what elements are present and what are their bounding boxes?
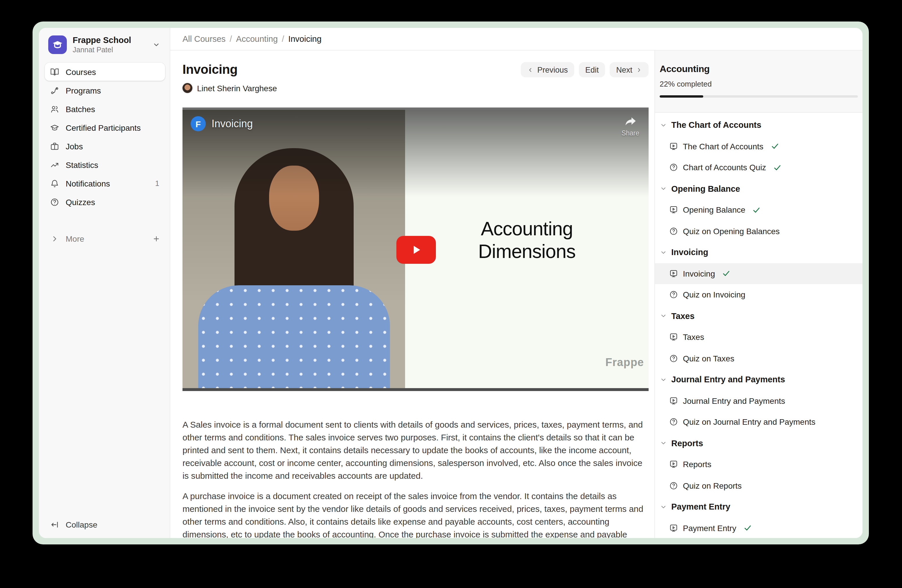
chapter-title: Reports (671, 439, 703, 448)
lesson-content: Invoicing Previous Edit Nex (170, 50, 655, 538)
workspace-switcher[interactable]: Frappe School Jannat Patel (39, 28, 170, 54)
main-column: All Courses / Accounting / Invoicing Inv… (170, 28, 863, 538)
previous-button[interactable]: Previous (521, 62, 574, 77)
chapter-row-invoicing[interactable]: Invoicing (655, 242, 863, 263)
lesson-row-payment-entry[interactable]: Payment Entry (655, 518, 863, 538)
lesson-text: A Sales invoice is a formal document sen… (183, 418, 648, 538)
video-title[interactable]: Invoicing (211, 118, 253, 130)
course-outline: The Chart of AccountsThe Chart of Accoun… (655, 113, 863, 538)
lesson-row-taxes[interactable]: Taxes (655, 327, 863, 348)
chapter-row-taxes[interactable]: Taxes (655, 305, 863, 327)
lesson-row-quiz-on-invoicing[interactable]: Quiz on Invoicing (655, 284, 863, 305)
edit-button[interactable]: Edit (579, 62, 605, 77)
book-open-icon (50, 67, 59, 77)
monitor-play-icon (669, 269, 678, 278)
lesson-title: Taxes (683, 333, 704, 342)
lesson-row-quiz-on-taxes[interactable]: Quiz on Taxes (655, 348, 863, 369)
chevron-right-icon (50, 234, 59, 243)
author-name: Linet Sherin Varghese (197, 83, 277, 93)
video-seek-bar[interactable] (183, 388, 648, 391)
chapter-row-reports[interactable]: Reports (655, 433, 863, 454)
chevron-down-icon (660, 122, 667, 129)
presenter-face (269, 166, 319, 231)
trending-up-icon (50, 160, 59, 169)
help-circle-icon (50, 197, 59, 206)
plus-icon[interactable] (152, 235, 160, 242)
lesson-row-chart-of-accounts-quiz[interactable]: Chart of Accounts Quiz (655, 157, 863, 178)
page-title: Invoicing (183, 62, 238, 77)
paragraph-sales-invoice: A Sales invoice is a formal document sen… (183, 418, 648, 482)
lesson-row-reports[interactable]: Reports (655, 454, 863, 475)
monitor-play-icon (669, 142, 678, 151)
breadcrumb-separator: / (230, 34, 232, 44)
chapter-row-payment-entry[interactable]: Payment Entry (655, 496, 863, 518)
next-button[interactable]: Next (610, 62, 648, 77)
sidebar-item-certified-participants[interactable]: Certified Participants (45, 119, 165, 136)
chapter-row-journal-entry-and-payments[interactable]: Journal Entry and Payments (655, 369, 863, 390)
sidebar-item-statistics[interactable]: Statistics (45, 156, 165, 174)
bell-icon (50, 179, 59, 188)
sidebar-item-more[interactable]: More (45, 230, 165, 247)
collapse-sidebar-button[interactable]: Collapse (45, 517, 164, 532)
user-name: Jannat Patel (73, 45, 131, 54)
completed-check-icon (770, 142, 779, 151)
share-button[interactable]: Share (622, 114, 639, 136)
sidebar-item-notifications[interactable]: Notifications1 (45, 174, 165, 192)
video-thumbnail: Accounting Dimensions Frappe F Invoicing (183, 110, 648, 388)
lesson-title: Quiz on Taxes (683, 354, 734, 363)
app-window: Frappe School Jannat Patel CoursesProgra… (39, 28, 863, 538)
lesson-row-quiz-on-opening-balances[interactable]: Quiz on Opening Balances (655, 220, 863, 242)
channel-avatar[interactable]: F (191, 116, 206, 131)
lesson-title: Quiz on Reports (683, 481, 742, 490)
breadcrumb-all-courses[interactable]: All Courses (183, 34, 226, 44)
chevron-down-icon (660, 312, 667, 320)
sidebar-item-batches[interactable]: Batches (45, 100, 165, 118)
sidebar-item-programs[interactable]: Programs (45, 81, 165, 99)
sidebar-item-label: Certified Participants (66, 123, 141, 132)
breadcrumb-accounting[interactable]: Accounting (236, 34, 278, 44)
progress-bar (660, 95, 858, 98)
lesson-row-invoicing[interactable]: Invoicing (655, 263, 863, 284)
sidebar-item-label: Statistics (66, 160, 98, 169)
notification-count-badge: 1 (155, 179, 160, 188)
sidebar-nav: CoursesProgramsBatchesCertified Particip… (39, 63, 170, 211)
chapter-title: The Chart of Accounts (671, 120, 761, 130)
school-name: Frappe School (73, 36, 131, 45)
sidebar-item-courses[interactable]: Courses (45, 63, 165, 81)
chapter-row-opening-balance[interactable]: Opening Balance (655, 178, 863, 199)
lesson-title: Opening Balance (683, 205, 745, 215)
course-outline-panel: Accounting 22% completed The Chart of Ac… (655, 50, 863, 538)
sidebar-item-jobs[interactable]: Jobs (45, 137, 165, 155)
lesson-title: Quiz on Opening Balances (683, 227, 780, 236)
monitor-play-icon (669, 205, 678, 215)
lesson-row-quiz-on-journal-entry-and-payments[interactable]: Quiz on Journal Entry and Payments (655, 411, 863, 433)
course-progress-header: Accounting 22% completed (655, 50, 863, 113)
completed-check-icon (722, 269, 731, 278)
sidebar-item-label: Programs (66, 86, 101, 95)
chevron-down-icon (660, 503, 667, 511)
chapter-row-the-chart-of-accounts[interactable]: The Chart of Accounts (655, 114, 863, 136)
monitor-play-icon (669, 524, 678, 533)
lesson-row-quiz-on-reports[interactable]: Quiz on Reports (655, 475, 863, 496)
quiz-icon (669, 227, 678, 236)
frappe-school-logo-icon (48, 36, 67, 54)
youtube-play-button[interactable] (396, 236, 436, 264)
lesson-row-journal-entry-and-payments[interactable]: Journal Entry and Payments (655, 390, 863, 411)
lesson-row-the-chart-of-accounts[interactable]: The Chart of Accounts (655, 136, 863, 157)
sidebar-item-label: Courses (66, 67, 96, 77)
play-icon (410, 244, 423, 256)
video-player[interactable]: Accounting Dimensions Frappe F Invoicing (183, 108, 648, 391)
chevron-down-icon (660, 376, 667, 383)
sidebar-item-label: Batches (66, 104, 95, 114)
course-title: Accounting (660, 64, 858, 74)
lesson-actions: Previous Edit Next (521, 62, 648, 77)
breadcrumb-separator: / (282, 34, 284, 44)
quiz-icon (669, 354, 678, 363)
completed-check-icon (743, 524, 752, 533)
slide-title: Accounting Dimensions (405, 218, 648, 263)
sidebar-item-quizzes[interactable]: Quizzes (45, 193, 165, 211)
lesson-row-opening-balance[interactable]: Opening Balance (655, 199, 863, 220)
more-label: More (66, 234, 84, 243)
progress-label: 22% completed (660, 80, 858, 88)
video-header: F Invoicing (191, 116, 253, 131)
